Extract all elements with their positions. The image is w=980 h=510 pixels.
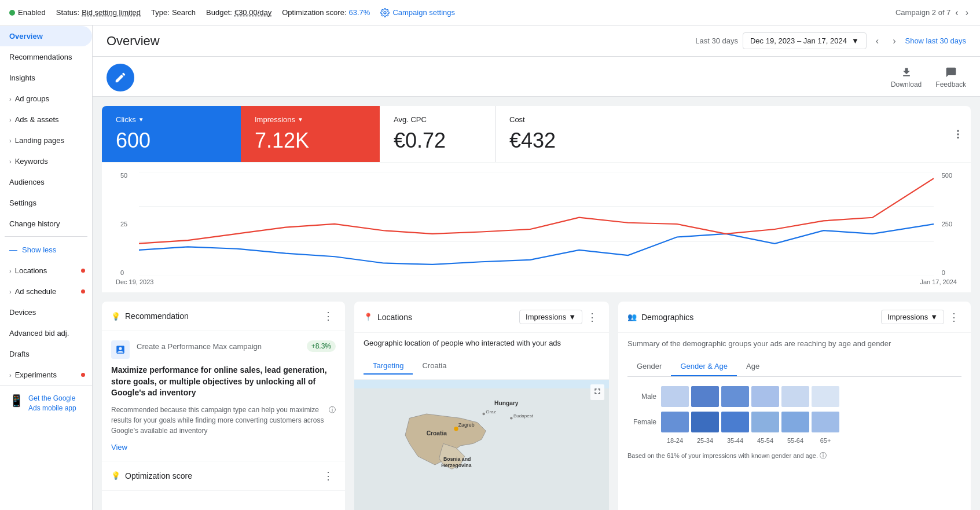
date-next-button[interactable]: › xyxy=(888,34,900,49)
sidebar-item-locations[interactable]: › Locations xyxy=(0,260,92,281)
more-icon xyxy=(952,129,964,140)
mobile-icon: 📱 xyxy=(9,394,24,408)
status-item: Status: Bid setting limited xyxy=(56,8,141,17)
demo-tab-gender[interactable]: Gender xyxy=(627,357,671,376)
campaign-next-button[interactable]: › xyxy=(963,5,971,20)
date-picker[interactable]: Dec 19, 2023 – Jan 17, 2024 ▼ xyxy=(743,32,867,49)
demographics-title: Demographics xyxy=(641,313,881,322)
demographics-info-icon[interactable]: ⓘ xyxy=(820,452,827,460)
sidebar-item-audiences[interactable]: Audiences xyxy=(0,172,92,192)
impressions-card[interactable]: Impressions ▼ 7.12K xyxy=(241,106,380,162)
locations-impressions-dropdown[interactable]: Impressions ▼ xyxy=(519,310,582,324)
pencil-button[interactable] xyxy=(107,64,134,91)
more-metrics-button[interactable] xyxy=(945,106,971,162)
sidebar-item-show-less[interactable]: — Show less xyxy=(0,239,92,260)
demographics-impressions-dropdown[interactable]: Impressions ▼ xyxy=(881,310,944,324)
clicks-card[interactable]: Clicks ▼ 600 xyxy=(102,106,241,162)
demographics-menu-button[interactable]: ⋮ xyxy=(946,311,961,324)
sidebar-label-ad-schedule: Ad schedule xyxy=(15,287,83,296)
locations-card-header: 📍 Locations Impressions ▼ ⋮ xyxy=(354,302,609,333)
sidebar: Overview Recommendations Insights › Ad g… xyxy=(0,25,93,510)
sidebar-item-drafts[interactable]: Drafts xyxy=(0,344,92,364)
campaign-prev-button[interactable]: ‹ xyxy=(953,5,960,20)
sidebar-item-get-google[interactable]: 📱 Get the Google Ads mobile app xyxy=(0,387,92,420)
enabled-label: Enabled xyxy=(18,8,46,17)
male-cell-25-34 xyxy=(691,386,719,407)
sidebar-item-landing-pages[interactable]: › Landing pages xyxy=(0,130,92,151)
map-fullscreen-button[interactable] xyxy=(590,384,604,400)
cost-value: €432 xyxy=(509,129,597,153)
sidebar-item-experiments[interactable]: › Experiments xyxy=(0,365,92,385)
opt-value[interactable]: 63.7% xyxy=(349,8,370,17)
sidebar-item-recommendations[interactable]: Recommendations xyxy=(0,47,92,67)
campaign-nav: Campaign 2 of 7 ‹ › xyxy=(895,5,971,20)
sidebar-item-devices[interactable]: Devices xyxy=(0,302,92,322)
stats-header: Clicks ▼ 600 Impressions ▼ 7.12K xyxy=(102,106,971,162)
female-label: Female xyxy=(627,418,656,426)
clicks-label: Clicks ▼ xyxy=(116,115,227,124)
svg-point-1 xyxy=(957,130,959,131)
feedback-label: Feedback xyxy=(935,80,966,89)
map-tab-targeting[interactable]: Targeting xyxy=(364,358,413,375)
recommendation-body: Create a Performance Max campaign +8.3% … xyxy=(102,331,345,461)
male-cell-18-24 xyxy=(661,386,689,407)
get-google-label: Get the Google Ads mobile app xyxy=(28,394,83,413)
locations-dropdown-arrow: ▼ xyxy=(568,313,576,321)
rec-view-link[interactable]: View xyxy=(111,443,336,452)
rec-main-title: Maximize performance for online sales, l… xyxy=(111,365,336,399)
sidebar-item-overview[interactable]: Overview xyxy=(0,26,92,46)
demographics-card-header: 👥 Demographics Impressions ▼ ⋮ xyxy=(618,302,971,333)
download-button[interactable]: Download xyxy=(891,67,922,89)
sidebar-item-advanced-bid[interactable]: Advanced bid adj. xyxy=(0,323,92,343)
female-cell-18-24 xyxy=(661,412,689,432)
pencil-icon xyxy=(114,71,127,84)
demo-tab-gender-age[interactable]: Gender & Age xyxy=(671,357,737,376)
sidebar-label-keywords: Keywords xyxy=(15,157,83,166)
sidebar-item-change-history[interactable]: Change history xyxy=(0,214,92,234)
cost-label: Cost xyxy=(509,115,597,124)
age-label-65plus: 65+ xyxy=(812,437,839,444)
overview-header: Overview Last 30 days Dec 19, 2023 – Jan… xyxy=(93,25,980,57)
map-tab-croatia[interactable]: Croatia xyxy=(413,358,456,375)
expand-icon-locations: › xyxy=(9,267,12,274)
sidebar-item-ad-groups[interactable]: › Ad groups xyxy=(0,89,92,109)
download-icon xyxy=(901,67,912,78)
budget-label: Budget: xyxy=(206,8,232,17)
chart-x-end: Jan 17, 2024 xyxy=(920,278,957,285)
expand-icon-ad-schedule: › xyxy=(9,288,12,295)
experiments-notification-dot xyxy=(81,373,85,377)
date-prev-button[interactable]: ‹ xyxy=(871,34,883,49)
rec-reason: Recommended because this campaign type c… xyxy=(111,405,336,436)
recommendation-card: 💡 Recommendation ⋮ Create a Performance … xyxy=(102,302,345,510)
sidebar-item-insights[interactable]: Insights xyxy=(0,68,92,88)
bid-setting-label[interactable]: Bid setting limited xyxy=(82,8,141,17)
opt-score-menu-button[interactable]: ⋮ xyxy=(321,469,336,482)
show-last-30-link[interactable]: Show last 30 days xyxy=(905,36,966,45)
age-label-45-54: 45-54 xyxy=(751,437,779,444)
female-heat-cells xyxy=(661,412,839,432)
rec-info-icon[interactable]: ⓘ xyxy=(329,405,336,415)
chart-svg xyxy=(116,172,957,276)
demographics-card: 👥 Demographics Impressions ▼ ⋮ Summary o… xyxy=(618,302,971,510)
locations-menu-button[interactable]: ⋮ xyxy=(585,311,600,324)
sidebar-item-settings[interactable]: Settings xyxy=(0,193,92,213)
sidebar-item-ads-assets[interactable]: › Ads & assets xyxy=(0,109,92,130)
sidebar-item-keywords[interactable]: › Keywords xyxy=(0,151,92,171)
feedback-icon xyxy=(945,67,957,78)
demo-tab-age[interactable]: Age xyxy=(737,357,769,376)
sidebar-divider xyxy=(5,236,87,237)
budget-value[interactable]: €30.00/day xyxy=(234,8,271,17)
heat-row-male: Male xyxy=(627,386,961,407)
type-item: Type: Search xyxy=(151,8,196,17)
svg-point-0 xyxy=(384,12,386,14)
sidebar-label-locations: Locations xyxy=(15,266,83,275)
sidebar-item-ad-schedule[interactable]: › Ad schedule xyxy=(0,281,92,302)
campaign-settings-link[interactable]: Campaign settings xyxy=(380,8,455,17)
opt-score-card-header: 💡 Optimization score ⋮ xyxy=(102,461,345,491)
svg-point-2 xyxy=(957,133,959,135)
demographics-body: Male F xyxy=(618,377,971,470)
avg-cpc-label: Avg. CPC xyxy=(394,115,481,124)
recommendation-menu-button[interactable]: ⋮ xyxy=(321,310,336,322)
rec-icon-row: Create a Performance Max campaign +8.3% xyxy=(111,340,336,359)
feedback-button[interactable]: Feedback xyxy=(935,67,966,89)
